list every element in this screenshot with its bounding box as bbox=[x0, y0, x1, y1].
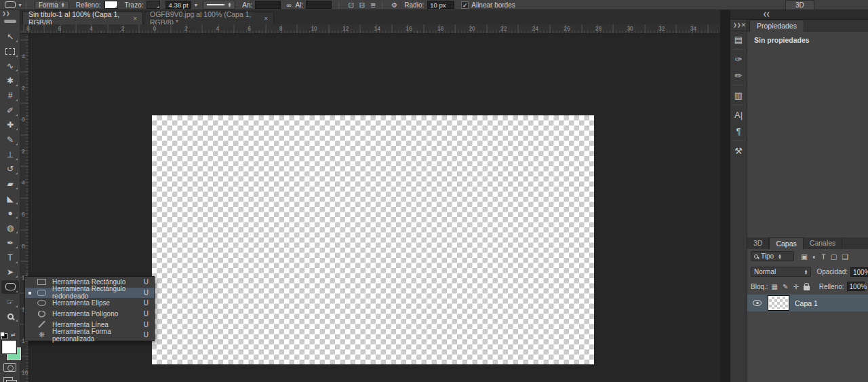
rectangular-marquee-tool[interactable] bbox=[1, 45, 19, 58]
move-tool[interactable]: ↖ bbox=[1, 30, 19, 43]
shape-tool-flyout-menu: Herramienta RectánguloUHerramienta Rectá… bbox=[24, 276, 155, 341]
menu-item-3[interactable]: Herramienta ElipseU bbox=[25, 298, 154, 309]
menu-item-shortcut: U bbox=[144, 289, 149, 297]
stroke-width-input[interactable]: 4.38 pt bbox=[165, 1, 191, 9]
menu-item-2[interactable]: Herramienta Rectángulo redondeadoU bbox=[25, 288, 154, 299]
blend-mode-select[interactable]: Normal ▲▼ bbox=[751, 267, 811, 277]
h-ruler-number: 12 bbox=[342, 25, 349, 32]
filter-shape-layers-icon[interactable]: ▢ bbox=[831, 252, 837, 261]
brush-tool[interactable]: ✎ bbox=[1, 133, 19, 147]
rounded-rectangle-tool[interactable] bbox=[1, 280, 19, 294]
v-ruler-number: 6 bbox=[22, 211, 25, 218]
character-panel-icon[interactable]: A| bbox=[730, 107, 747, 123]
menu-item-4[interactable]: Herramienta PolígonoU bbox=[25, 309, 154, 320]
eyedropper-tool[interactable]: ✐ bbox=[1, 104, 19, 117]
rounded-rectangle-icon[interactable] bbox=[5, 1, 16, 8]
stroke-width-dropdown-arrow-icon[interactable]: ▼ bbox=[193, 3, 198, 7]
filter-type-select[interactable]: Tipo ▲▼ bbox=[751, 251, 794, 261]
h-ruler-number: 4 bbox=[216, 25, 220, 32]
gear-icon[interactable]: ⚙ bbox=[391, 1, 397, 9]
hand-tool[interactable]: ☞ bbox=[1, 295, 19, 309]
dock-divider[interactable] bbox=[720, 10, 730, 382]
layer-filter-row: Tipo ▲▼ ▣◐T▢❏ bbox=[747, 249, 868, 263]
filter-pixel-layers-icon[interactable]: ▣ bbox=[801, 252, 808, 261]
screen-mode-button[interactable] bbox=[3, 377, 13, 382]
radius-input[interactable]: 10 px bbox=[427, 1, 454, 9]
workspace-3d-button[interactable]: 3D bbox=[785, 0, 814, 9]
path-selection-tool[interactable]: ➤ bbox=[1, 265, 19, 279]
tools-panel: ❯❯ ↖∿✱#✐✚✎⊥↺▰◣●◍✒T➤☞ ⇄ bbox=[0, 10, 20, 382]
stroke-color-swatch[interactable] bbox=[146, 1, 160, 9]
paragraph-panel-icon[interactable]: ¶ bbox=[730, 123, 747, 139]
lock-transparency-icon[interactable]: ▦ bbox=[772, 283, 778, 290]
canvas-transparent[interactable] bbox=[152, 115, 594, 364]
magic-wand-tool[interactable]: ✱ bbox=[1, 74, 19, 88]
lock-position-icon[interactable]: ✛ bbox=[793, 283, 798, 290]
dock-grabber[interactable] bbox=[4, 20, 16, 23]
layer-visibility-eye-icon[interactable] bbox=[753, 300, 762, 306]
dodge-tool[interactable]: ◍ bbox=[1, 221, 19, 235]
collapse-panels-bar[interactable]: ❮❮ bbox=[730, 10, 868, 20]
chevron-updown-icon: ▲▼ bbox=[61, 2, 65, 7]
document-tab-1[interactable]: Sin título-1 al 100% (Capa 1, RGB/8)× bbox=[22, 12, 143, 24]
lock-pixels-icon[interactable]: ✎ bbox=[783, 283, 788, 290]
tool-presets-panel-icon[interactable]: ⚒ bbox=[730, 142, 747, 159]
quick-mask-button[interactable] bbox=[3, 363, 16, 372]
layer-row[interactable]: Capa 1 bbox=[747, 294, 868, 311]
opacity-input[interactable]: 100% bbox=[850, 267, 868, 277]
layer-comps-panel-icon[interactable]: ▥ bbox=[730, 87, 747, 103]
link-dimensions-icon[interactable]: ∞ bbox=[286, 1, 291, 9]
menu-item-label: Herramienta Elipse bbox=[52, 299, 110, 307]
expand-dock-icon[interactable]: ❯❯ bbox=[733, 22, 741, 28]
tool-preset-dropdown-arrow-icon[interactable]: ▼ bbox=[18, 3, 22, 7]
path-operations-icon[interactable]: ⊡ bbox=[348, 1, 353, 9]
h-ruler-number: 8 bbox=[279, 25, 283, 32]
zoom-tool[interactable] bbox=[1, 309, 19, 323]
default-colors-icon[interactable] bbox=[1, 333, 7, 339]
path-arrangement-icon[interactable]: ≣ bbox=[370, 1, 376, 9]
shape-width-input[interactable] bbox=[255, 1, 281, 9]
menu-item-6[interactable]: ❋Herramienta Forma personalizadaU bbox=[25, 330, 154, 341]
brush-panel-icon[interactable]: ✑ bbox=[730, 51, 747, 67]
layer-fill-input[interactable]: 100% bbox=[847, 282, 865, 291]
align-edges-checkbox[interactable]: ✓ bbox=[461, 1, 469, 9]
path-alignment-icon[interactable]: ⊟ bbox=[359, 1, 365, 9]
clone-stamp-tool[interactable]: ⊥ bbox=[1, 148, 19, 161]
document-tab-2[interactable]: OGFB9V0.jpg al 100% (Capa 1, RGB/8) *× bbox=[144, 12, 274, 24]
healing-brush-tool[interactable]: ✚ bbox=[1, 118, 19, 132]
tab-3d[interactable]: 3D bbox=[747, 237, 769, 249]
layer-thumbnail[interactable] bbox=[768, 296, 789, 310]
filter-adjustment-layers-icon[interactable]: ◐ bbox=[812, 252, 816, 261]
close-icon[interactable]: × bbox=[133, 15, 137, 22]
collapsed-panel-dock: ❯❯ ✕ ▤✑✏▥A|¶⚒ bbox=[730, 20, 747, 382]
stroke-style-select[interactable]: ▲▼ bbox=[203, 1, 235, 9]
crop-tool[interactable]: # bbox=[1, 89, 19, 102]
fill-color-swatch[interactable] bbox=[104, 1, 118, 9]
lock-all-icon[interactable] bbox=[804, 286, 810, 290]
shape-mode-select[interactable]: Forma ▲▼ bbox=[35, 1, 69, 9]
pen-tool[interactable]: ✒ bbox=[1, 236, 19, 250]
filter-type-layers-icon[interactable]: T bbox=[821, 252, 825, 261]
lasso-tool[interactable]: ∿ bbox=[1, 59, 19, 73]
h-ruler-number: 26 bbox=[564, 25, 570, 32]
blur-tool[interactable]: ● bbox=[1, 206, 19, 220]
h-ruler-number: 0 bbox=[153, 25, 156, 32]
foreground-color-swatch[interactable] bbox=[2, 341, 16, 354]
filter-smart-objects-icon[interactable]: ❏ bbox=[842, 252, 848, 261]
close-icon[interactable]: ✕ bbox=[741, 22, 747, 28]
tab-propiedades[interactable]: Propiedades bbox=[749, 20, 804, 32]
shape-height-input[interactable] bbox=[306, 1, 332, 9]
close-icon[interactable]: × bbox=[264, 15, 268, 22]
history-brush-tool[interactable]: ↺ bbox=[1, 162, 19, 176]
type-tool[interactable]: T bbox=[1, 251, 19, 265]
collapse-dock-icon[interactable]: ❯❯ bbox=[2, 11, 10, 16]
tab-canales[interactable]: Canales bbox=[804, 237, 843, 249]
tab-capas[interactable]: Capas bbox=[769, 237, 803, 249]
brush-presets-panel-icon[interactable]: ✏ bbox=[730, 67, 747, 83]
clone-source-panel-icon[interactable]: ▤ bbox=[730, 31, 747, 47]
ellipse-shape-icon bbox=[37, 300, 47, 307]
gradient-tool[interactable]: ◣ bbox=[1, 192, 19, 206]
swap-colors-icon[interactable]: ⇄ bbox=[11, 332, 16, 338]
no-properties-text: Sin propiedades bbox=[754, 36, 810, 44]
eraser-tool[interactable]: ▰ bbox=[1, 177, 19, 191]
